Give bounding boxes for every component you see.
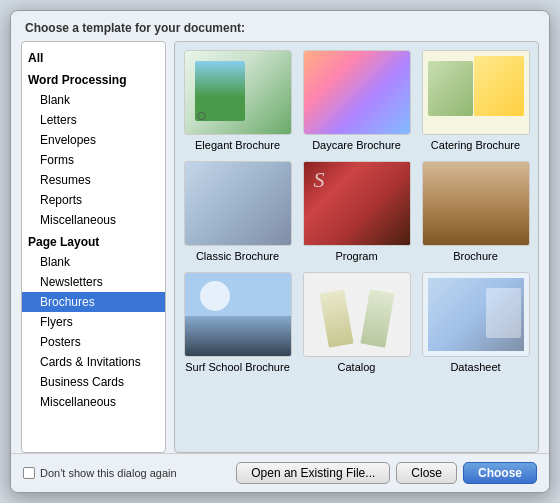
dialog-body: AllWord ProcessingBlankLettersEnvelopesF…	[11, 41, 549, 453]
template-label-datasheet: Datasheet	[450, 361, 500, 373]
sidebar-item-newsletters[interactable]: Newsletters	[22, 272, 165, 292]
sidebar-item-word-processing[interactable]: Word Processing	[22, 70, 165, 90]
template-thumb-datasheet	[422, 272, 530, 357]
dont-show-checkbox[interactable]	[23, 467, 35, 479]
template-thumb-catering-brochure	[422, 50, 530, 135]
sidebar: AllWord ProcessingBlankLettersEnvelopesF…	[21, 41, 166, 453]
sidebar-item-misc2[interactable]: Miscellaneous	[22, 392, 165, 412]
sidebar-item-all[interactable]: All	[22, 48, 165, 68]
choose-button[interactable]: Choose	[463, 462, 537, 484]
template-thumb-catalog	[303, 272, 411, 357]
open-existing-button[interactable]: Open an Existing File...	[236, 462, 390, 484]
sidebar-item-envelopes[interactable]: Envelopes	[22, 130, 165, 150]
template-item-brochure[interactable]: Brochure	[421, 161, 530, 262]
footer-left: Don't show this dialog again	[23, 467, 230, 479]
dialog-title: Choose a template for your document:	[11, 11, 549, 41]
dont-show-label: Don't show this dialog again	[40, 467, 177, 479]
sidebar-item-page-layout[interactable]: Page Layout	[22, 232, 165, 252]
sidebar-item-letters[interactable]: Letters	[22, 110, 165, 130]
sidebar-item-misc1[interactable]: Miscellaneous	[22, 210, 165, 230]
sidebar-item-forms[interactable]: Forms	[22, 150, 165, 170]
sidebar-item-resumes[interactable]: Resumes	[22, 170, 165, 190]
template-item-elegant-brochure[interactable]: Elegant Brochure	[183, 50, 292, 151]
template-thumb-surf-school-brochure	[184, 272, 292, 357]
template-thumb-program	[303, 161, 411, 246]
template-label-classic-brochure: Classic Brochure	[196, 250, 279, 262]
template-label-surf-school-brochure: Surf School Brochure	[185, 361, 290, 373]
dialog-footer: Don't show this dialog again Open an Exi…	[11, 453, 549, 492]
template-item-classic-brochure[interactable]: Classic Brochure	[183, 161, 292, 262]
template-grid: Elegant BrochureDaycare BrochureCatering…	[183, 50, 530, 373]
template-item-program[interactable]: Program	[302, 161, 411, 262]
template-thumb-brochure	[422, 161, 530, 246]
sidebar-item-flyers[interactable]: Flyers	[22, 312, 165, 332]
template-item-catering-brochure[interactable]: Catering Brochure	[421, 50, 530, 151]
template-label-brochure: Brochure	[453, 250, 498, 262]
template-label-catalog: Catalog	[338, 361, 376, 373]
template-item-catalog[interactable]: Catalog	[302, 272, 411, 373]
template-item-daycare-brochure[interactable]: Daycare Brochure	[302, 50, 411, 151]
template-label-program: Program	[335, 250, 377, 262]
template-thumb-daycare-brochure	[303, 50, 411, 135]
template-dialog: Choose a template for your document: All…	[10, 10, 550, 493]
template-thumb-elegant-brochure	[184, 50, 292, 135]
template-label-daycare-brochure: Daycare Brochure	[312, 139, 401, 151]
sidebar-item-reports[interactable]: Reports	[22, 190, 165, 210]
sidebar-item-blank1[interactable]: Blank	[22, 90, 165, 110]
sidebar-item-blank2[interactable]: Blank	[22, 252, 165, 272]
template-label-elegant-brochure: Elegant Brochure	[195, 139, 280, 151]
sidebar-item-posters[interactable]: Posters	[22, 332, 165, 352]
sidebar-item-cards-invitations[interactable]: Cards & Invitations	[22, 352, 165, 372]
content-area: Elegant BrochureDaycare BrochureCatering…	[174, 41, 539, 453]
footer-buttons: Open an Existing File... Close Choose	[236, 462, 537, 484]
template-item-datasheet[interactable]: Datasheet	[421, 272, 530, 373]
close-button[interactable]: Close	[396, 462, 457, 484]
template-item-surf-school-brochure[interactable]: Surf School Brochure	[183, 272, 292, 373]
template-label-catering-brochure: Catering Brochure	[431, 139, 520, 151]
template-thumb-classic-brochure	[184, 161, 292, 246]
sidebar-item-business-cards[interactable]: Business Cards	[22, 372, 165, 392]
sidebar-item-brochures[interactable]: Brochures	[22, 292, 165, 312]
